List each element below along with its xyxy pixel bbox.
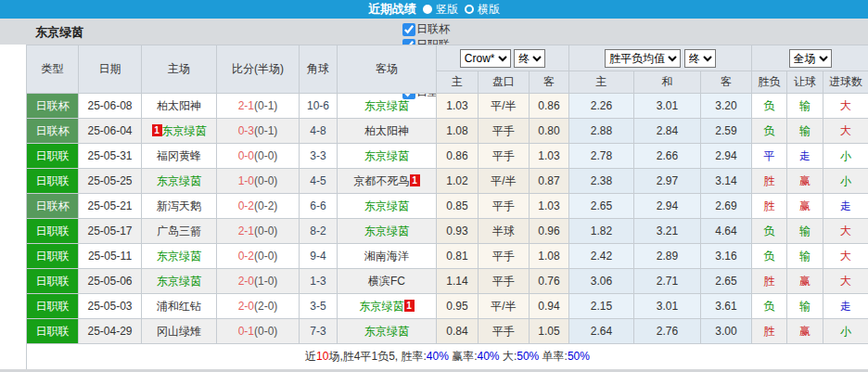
team-name-text[interactable]: 横滨FC (368, 275, 405, 288)
league-checkbox[interactable] (402, 23, 415, 36)
avg-home-odds: 2.26 (569, 94, 634, 119)
team-name-text[interactable]: 福冈黄蜂 (157, 149, 201, 162)
away-team[interactable]: 柏太阳神 (338, 119, 437, 144)
home-team[interactable]: 1东京绿茵 (142, 119, 217, 144)
away-team[interactable]: 东京绿茵 (338, 219, 437, 244)
team-name-text[interactable]: 新泻天鹅 (157, 199, 201, 212)
team-name-text[interactable]: 东京绿茵 (157, 275, 201, 288)
radio-unselected-icon[interactable] (465, 5, 474, 14)
crow-handicap: 平/半 (479, 294, 530, 319)
avg-away-odds: 2.59 (701, 119, 752, 144)
result-handicap: 走 (787, 144, 823, 169)
radio-horizontal-layout[interactable]: 横版 (465, 2, 500, 18)
team-name-text[interactable]: 东京绿茵 (364, 224, 409, 237)
header-dropdown-row: 类型 日期 主场 比分(半场) 角球 客场 Crow* 终 胜平负均值 终 全场 (27, 45, 868, 71)
avg-home-odds: 2.78 (569, 144, 634, 169)
away-team[interactable]: 东京绿茵1 (338, 294, 437, 319)
scope-select[interactable]: 全场 (789, 49, 832, 68)
crow-home-odds: 1.08 (437, 119, 479, 144)
col-avg-home: 主 (569, 71, 634, 94)
team-name-text[interactable]: 冈山绿雉 (157, 325, 201, 338)
league-filter-1[interactable]: 日联杯 (402, 21, 461, 37)
away-team[interactable]: 东京绿茵 (338, 194, 437, 219)
team-name-text[interactable]: 柏太阳神 (157, 99, 201, 112)
team-name-text[interactable]: 东京绿茵 (157, 250, 201, 263)
radio-vertical-layout[interactable]: 竖版 (423, 2, 458, 18)
home-team[interactable]: 福冈黄蜂 (142, 144, 217, 169)
away-team[interactable]: 东京绿茵 (338, 319, 437, 344)
team-name-text[interactable]: 东京绿茵 (364, 199, 409, 212)
crow-home-odds: 0.85 (437, 194, 479, 219)
result-handicap: 输 (787, 244, 823, 269)
match-type-badge: 日职联 (27, 169, 79, 194)
away-team[interactable]: 东京绿茵 (338, 94, 437, 119)
col-home: 主场 (142, 45, 217, 94)
odds-time-select-1[interactable]: 终 (514, 49, 545, 68)
recent-results-page: 近期战绩 竖版 横版 东京绿茵 近 10 场 同主 日联杯日职联国际友谊球会友谊… (0, 0, 868, 372)
away-team[interactable]: 东京绿茵 (338, 144, 437, 169)
home-team[interactable]: 新泻天鹅 (142, 194, 217, 219)
team-name-text[interactable]: 广岛三箭 (157, 224, 201, 237)
result-winloss: 胜 (752, 319, 787, 344)
crow-home-odds: 1.03 (437, 94, 479, 119)
summary-text: 近10场,胜4平1负5, 胜率:40% 赢率:40% 大:50% 单率:50% (27, 344, 868, 370)
corner-score: 3-3 (300, 144, 338, 169)
avg-away-odds: 2.69 (701, 194, 752, 219)
odds-time-select-2[interactable]: 终 (684, 49, 716, 68)
radio-selected-icon[interactable] (423, 5, 432, 14)
avg-source-select[interactable]: 胜平负均值 (605, 49, 681, 68)
match-date: 25-06-04 (79, 119, 142, 144)
away-team[interactable]: 湘南海洋 (338, 244, 437, 269)
crow-home-odds: 0.95 (437, 294, 479, 319)
team-name-text[interactable]: 东京绿茵 (360, 300, 404, 313)
corner-score: 6-6 (300, 194, 338, 219)
team-name-text[interactable]: 东京绿茵 (162, 124, 207, 137)
home-team[interactable]: 柏太阳神 (142, 94, 217, 119)
match-date: 25-05-21 (79, 194, 142, 219)
team-name-text[interactable]: 柏太阳神 (364, 124, 409, 137)
team-name-text[interactable]: 京都不死鸟 (354, 174, 410, 187)
home-team[interactable]: 东京绿茵 (142, 269, 217, 294)
team-name-text[interactable]: 东京绿茵 (364, 99, 409, 112)
away-team[interactable]: 京都不死鸟1 (338, 169, 437, 194)
home-team[interactable]: 东京绿茵 (142, 244, 217, 269)
radio-vertical-label[interactable]: 竖版 (436, 2, 458, 18)
col-avg-draw: 和 (634, 71, 701, 94)
match-date: 25-05-31 (79, 144, 142, 169)
team-name-text[interactable]: 湘南海洋 (364, 250, 409, 263)
home-team[interactable]: 冈山绿雉 (142, 319, 217, 344)
team-name-text[interactable]: 浦和红钻 (157, 300, 201, 313)
team-name-text[interactable]: 东京绿茵 (364, 325, 409, 338)
result-winloss: 负 (752, 294, 787, 319)
crow-away-odds: 1.08 (530, 244, 569, 269)
crow-home-odds: 1.14 (437, 269, 479, 294)
avg-draw-odds: 3.01 (634, 94, 701, 119)
result-goals: 小 (823, 169, 868, 194)
match-date: 25-05-11 (79, 244, 142, 269)
summary-segment: 10 (316, 350, 328, 363)
away-team[interactable]: 横滨FC (338, 269, 437, 294)
radio-horizontal-label[interactable]: 横版 (478, 2, 500, 18)
result-goals: 大 (823, 269, 868, 294)
team-name-text[interactable]: 东京绿茵 (364, 149, 409, 162)
home-team[interactable]: 浦和红钻 (142, 294, 217, 319)
result-goals: 大 (823, 119, 868, 144)
match-type-badge: 日职联 (27, 144, 79, 169)
crow-away-odds: 1.05 (530, 319, 569, 344)
col-away: 客场 (338, 45, 437, 94)
crow-handicap: 平手 (479, 119, 530, 144)
table-row: 日职联 25-05-11 东京绿茵 0-2(0-0) 9-4 湘南海洋 0.81… (27, 244, 868, 269)
table-row: 日职联 25-04-29 冈山绿雉 0-1(0-0) 7-3 东京绿茵 0.84… (27, 319, 868, 344)
result-winloss: 负 (752, 244, 787, 269)
red-card-badge: 1 (410, 174, 420, 186)
home-team[interactable]: 广岛三箭 (142, 219, 217, 244)
corner-score: 10-6 (300, 94, 338, 119)
result-handicap: 赢 (787, 169, 823, 194)
avg-away-odds: 2.94 (701, 144, 752, 169)
home-team[interactable]: 东京绿茵 (142, 169, 217, 194)
match-date: 25-05-25 (79, 169, 142, 194)
crow-away-odds: 1.03 (530, 144, 569, 169)
team-name-text[interactable]: 东京绿茵 (157, 174, 201, 187)
odds-source-select[interactable]: Crow* (460, 49, 511, 68)
match-type-badge: 日联杯 (27, 194, 79, 219)
